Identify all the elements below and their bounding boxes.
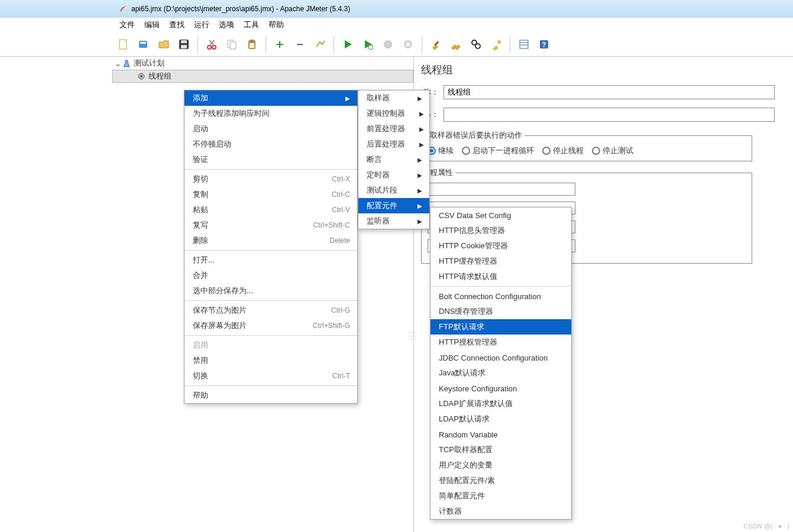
prop-input-1[interactable] [428, 183, 575, 196]
save-icon[interactable] [175, 35, 193, 53]
radio-next-loop[interactable]: 启动下一进程循环 [462, 145, 534, 156]
menu-item[interactable]: 打开... [185, 252, 357, 268]
menu-item[interactable]: 监听器▶ [358, 213, 429, 229]
radio-stop-test[interactable]: 停止测试 [592, 145, 633, 156]
menu-item[interactable]: 取样器▶ [358, 90, 429, 106]
help-icon[interactable]: ? [535, 35, 553, 53]
menu-item[interactable]: CSV Data Set Config [431, 207, 571, 223]
menu-item[interactable]: HTTP Cookie管理器 [431, 238, 571, 254]
shutdown-icon[interactable] [399, 35, 417, 53]
menu-item[interactable]: TCP取样器配置 [431, 442, 571, 458]
menu-item[interactable]: 选中部分保存为... [185, 283, 357, 299]
collapse-icon[interactable]: － [291, 35, 309, 53]
menu-options[interactable]: 选项 [214, 20, 239, 30]
menu-item[interactable]: 合并 [185, 268, 357, 283]
menu-item[interactable]: 计数器 [431, 504, 571, 519]
menu-search[interactable]: 查找 [164, 20, 189, 30]
svg-rect-2 [140, 42, 146, 44]
tree-root[interactable]: ⌄ 测试计划 [112, 57, 413, 70]
menu-item[interactable]: 验证 [185, 152, 357, 167]
menu-file[interactable]: 文件 [115, 20, 140, 30]
menu-run[interactable]: 运行 [189, 20, 214, 30]
menu-item[interactable]: 帮助 [185, 388, 357, 403]
menu-item[interactable]: HTTP缓存管理器 [431, 254, 571, 269]
menu-edit[interactable]: 编辑 [140, 20, 164, 30]
search-icon[interactable] [467, 35, 485, 53]
menu-item[interactable]: 保存屏幕为图片Ctrl+Shift-G [185, 318, 357, 333]
submenu-config-elements[interactable]: CSV Data Set ConfigHTTP信息头管理器HTTP Cookie… [430, 207, 572, 520]
menu-item[interactable]: 测试片段▶ [358, 183, 429, 198]
menu-item[interactable]: HTTP信息头管理器 [431, 223, 571, 238]
menu-item[interactable]: 不停顿启动 [185, 137, 357, 152]
comment-input[interactable] [444, 108, 775, 122]
clear-icon[interactable] [427, 35, 445, 53]
context-menu-main[interactable]: 添加▶为子线程添加响应时间启动不停顿启动验证剪切Ctrl-X复制Ctrl-C粘贴… [184, 90, 358, 404]
menu-item[interactable]: 用户定义的变量 [431, 458, 571, 473]
menu-item[interactable]: Java默认请求 [431, 365, 571, 381]
menu-item[interactable]: 为子线程添加响应时间 [185, 106, 357, 121]
menu-item[interactable]: 粘贴Ctrl-V [185, 202, 357, 218]
clearall-icon[interactable] [447, 35, 465, 53]
menu-item[interactable]: DNS缓存管理器 [431, 304, 571, 319]
tree-threadgroup-label: 线程组 [148, 71, 171, 82]
menu-item[interactable]: 后置处理器▶ [358, 137, 429, 152]
copy-icon[interactable] [223, 35, 241, 53]
menu-item[interactable]: 前置处理器▶ [358, 121, 429, 137]
svg-rect-11 [250, 40, 254, 42]
menu-item[interactable]: 复写Ctrl+Shift-C [185, 218, 357, 233]
menu-item[interactable]: 断言▶ [358, 152, 429, 167]
svg-point-17 [475, 44, 480, 48]
function-helper-icon[interactable] [515, 35, 533, 53]
menu-item[interactable]: 登陆配置元件/素 [431, 473, 571, 488]
menu-item[interactable]: 复制Ctrl-C [185, 187, 357, 202]
gear-icon [137, 72, 146, 81]
titlebar: api65.jmx (D:\projects\jmeter_pros\api65… [0, 0, 793, 18]
menu-item[interactable]: 启动 [185, 121, 357, 137]
panel-heading: 线程组 [421, 63, 786, 77]
caret-down-icon[interactable]: ⌄ [114, 59, 122, 68]
new-icon[interactable] [115, 35, 132, 53]
menu-item[interactable]: 逻辑控制器▶ [358, 106, 429, 121]
radio-continue[interactable]: 继续 [428, 145, 454, 156]
splitter-grip[interactable]: ········· [409, 331, 417, 342]
svg-rect-5 [181, 45, 187, 48]
error-action-group: 取样器错误后要执行的动作 继续 启动下一进程循环 停止线程 停止测试 [421, 130, 752, 161]
menu-item[interactable]: 添加▶ [185, 90, 357, 106]
menu-item[interactable]: 剪切Ctrl-X [185, 171, 357, 187]
menubar[interactable]: 文件 编辑 查找 运行 选项 工具 帮助 [0, 18, 793, 32]
name-input[interactable] [444, 85, 775, 99]
menu-help[interactable]: 帮助 [264, 20, 289, 30]
templates-icon[interactable] [135, 35, 153, 53]
menu-item[interactable]: Random Variable [431, 427, 571, 442]
menu-item[interactable]: 禁用 [185, 353, 357, 368]
stop-icon[interactable] [379, 35, 397, 53]
open-icon[interactable] [155, 35, 173, 53]
tree-threadgroup[interactable]: 线程组 [112, 70, 413, 83]
menu-item[interactable]: HTTP请求默认值 [431, 269, 571, 284]
expand-icon[interactable]: ＋ [271, 35, 289, 53]
menu-item[interactable]: 删除Delete [185, 233, 357, 248]
menu-item[interactable]: FTP默认请求 [431, 319, 571, 335]
start-icon[interactable] [339, 35, 357, 53]
toolbar: ＋ － ? [0, 32, 793, 57]
paste-icon[interactable] [243, 35, 261, 53]
reset-search-icon[interactable] [487, 35, 505, 53]
error-legend: 取样器错误后要执行的动作 [428, 130, 525, 141]
menu-item[interactable]: Keystore Configuration [431, 381, 571, 396]
menu-item[interactable]: JDBC Connection Configuration [431, 350, 571, 365]
menu-tools[interactable]: 工具 [239, 20, 264, 30]
toggle-icon[interactable] [311, 35, 329, 53]
radio-stop-thread[interactable]: 停止线程 [542, 145, 584, 156]
submenu-add[interactable]: 取样器▶逻辑控制器▶前置处理器▶后置处理器▶断言▶定时器▶测试片段▶配置元件▶监… [358, 90, 430, 229]
menu-item[interactable]: LDAP扩展请求默认值 [431, 396, 571, 411]
menu-item[interactable]: 保存节点为图片Ctrl-G [185, 303, 357, 318]
menu-item[interactable]: LDAP默认请求 [431, 411, 571, 427]
menu-item[interactable]: 切换Ctrl-T [185, 368, 357, 384]
menu-item[interactable]: 配置元件▶ [358, 198, 429, 213]
menu-item[interactable]: HTTP授权管理器 [431, 335, 571, 350]
cut-icon[interactable] [203, 35, 221, 53]
menu-item[interactable]: 简单配置元件 [431, 488, 571, 504]
menu-item[interactable]: Bolt Connection Configuration [431, 288, 571, 304]
start-notimers-icon[interactable] [359, 35, 377, 53]
menu-item[interactable]: 定时器▶ [358, 167, 429, 183]
